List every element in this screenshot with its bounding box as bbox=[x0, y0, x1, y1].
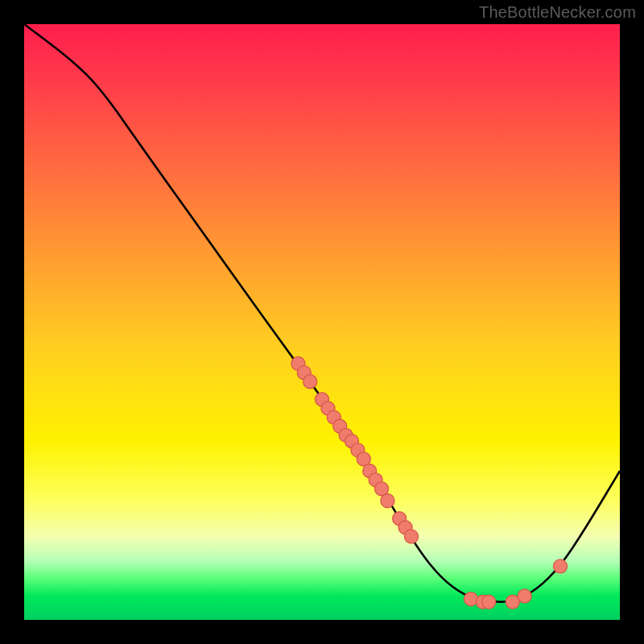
data-marker bbox=[303, 374, 317, 388]
watermark-text: TheBottleNecker.com bbox=[479, 3, 636, 22]
data-marker bbox=[518, 589, 531, 603]
data-marker bbox=[553, 559, 567, 573]
bottleneck-curve bbox=[24, 24, 620, 602]
bottleneck-curve-chart bbox=[24, 24, 620, 620]
data-markers-group bbox=[291, 357, 568, 609]
chart-frame: TheBottleNecker.com bbox=[0, 0, 644, 644]
data-marker bbox=[482, 595, 496, 609]
data-marker bbox=[381, 493, 394, 507]
data-marker bbox=[404, 530, 418, 543]
